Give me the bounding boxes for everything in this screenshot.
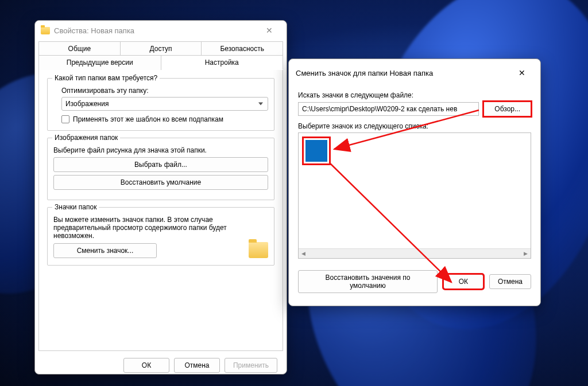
apply-subfolders-label: Применять этот же шаблон ко всем подпапк… [73, 115, 223, 123]
change-icon-button[interactable]: Сменить значок... [53, 243, 157, 258]
tab-general[interactable]: Общие [38, 41, 121, 56]
properties-dialog: Свойства: Новая папка ✕ Общие Доступ Без… [34, 20, 287, 375]
folder-icon [41, 27, 50, 34]
browse-button[interactable]: Обзор... [483, 102, 531, 116]
tabs-row-1: Общие Доступ Безопасность [38, 41, 283, 56]
tabs-row-2: Предыдущие версии Настройка [38, 55, 283, 70]
customize-panel: Какой тип папки вам требуется? Оптимизир… [38, 70, 283, 351]
optimize-label: Оптимизировать эту папку: [61, 87, 268, 95]
group-legend: Какой тип папки вам требуется? [52, 74, 160, 82]
blue-square-icon [305, 140, 327, 162]
close-button[interactable]: ✕ [510, 65, 533, 81]
path-value: C:\Users\cmipr\Desktop\W0209-2 как сдела… [302, 105, 457, 113]
tab-sharing[interactable]: Доступ [121, 41, 202, 56]
tab-security[interactable]: Безопасность [202, 41, 283, 56]
cancel-button[interactable]: Отмена [174, 358, 220, 373]
dialog-body: Искать значки в следующем файле: C:\User… [289, 87, 540, 301]
select-value: Изображения [65, 100, 109, 108]
folder-icons-group: Значки папок Вы можете изменить значок п… [47, 207, 274, 266]
folder-pictures-group: Изображения папок Выберите файл рисунка … [47, 138, 274, 200]
titlebar[interactable]: Свойства: Новая папка ✕ [35, 21, 287, 40]
select-icon-label: Выберите значок из следующего списка: [298, 122, 531, 130]
dialog-footer: ОК Отмена Применить [35, 351, 287, 380]
horizontal-scrollbar[interactable]: ◀ ▶ [299, 248, 531, 258]
window-title: Сменить значок для папки Новая папка [296, 69, 510, 77]
optimize-select[interactable]: Изображения [61, 97, 268, 111]
change-icon-dialog: Сменить значок для папки Новая папка ✕ И… [288, 59, 541, 306]
scroll-right-icon[interactable]: ▶ [521, 249, 531, 259]
restore-default-button[interactable]: Восстановить умолчание [53, 175, 268, 190]
apply-button[interactable]: Применить [225, 358, 277, 373]
scroll-left-icon[interactable]: ◀ [299, 249, 308, 259]
window-title: Свойства: Новая папка [54, 26, 258, 35]
icon-desc: Вы можете изменить значок папки. В этом … [53, 216, 268, 240]
folder-preview-icon [249, 242, 268, 258]
tab-customize[interactable]: Настройка [161, 55, 284, 70]
group-legend: Значки папок [52, 203, 99, 211]
picture-desc: Выберите файл рисунка для значка этой па… [53, 146, 268, 154]
close-button[interactable]: ✕ [258, 22, 281, 38]
ok-button[interactable]: ОК [443, 274, 483, 289]
restore-defaults-button[interactable]: Восстановить значения по умолчанию [298, 270, 438, 293]
choose-file-button[interactable]: Выбрать файл... [53, 157, 268, 172]
tab-previous-versions[interactable]: Предыдущие версии [38, 55, 161, 70]
icon-list[interactable]: ◀ ▶ [298, 132, 531, 259]
icon-list-item[interactable] [303, 138, 330, 164]
icon-file-path-input[interactable]: C:\Users\cmipr\Desktop\W0209-2 как сдела… [298, 102, 479, 116]
look-in-label: Искать значки в следующем файле: [298, 91, 531, 99]
titlebar[interactable]: Сменить значок для папки Новая папка ✕ [289, 59, 540, 87]
apply-subfolders-checkbox[interactable] [61, 115, 69, 123]
cancel-button[interactable]: Отмена [489, 274, 531, 289]
folder-type-group: Какой тип папки вам требуется? Оптимизир… [47, 78, 274, 131]
group-legend: Изображения папок [52, 134, 120, 142]
ok-button[interactable]: ОК [123, 358, 169, 373]
